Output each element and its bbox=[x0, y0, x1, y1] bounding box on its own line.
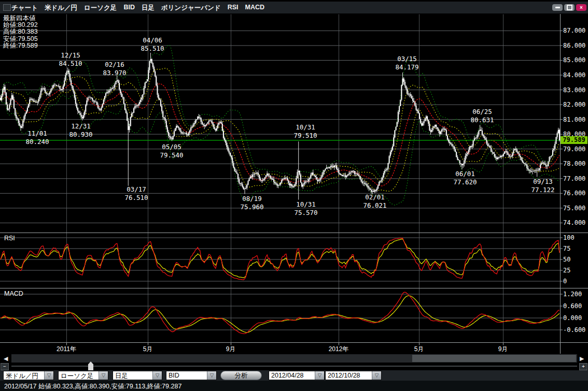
chart-window: チャート米ドル／円ローソク足BID日足ボリンジャーバンドRSIMACD × 最新… bbox=[0, 0, 588, 391]
macd-line bbox=[1, 292, 559, 334]
chart-type-select-value: ローソク足 bbox=[59, 371, 99, 380]
rsi-label: RSI bbox=[4, 235, 15, 242]
scroll-right-icon[interactable]: ▶ bbox=[580, 355, 584, 361]
status-text: 2012/05/17 始値:80.323,高値:80.390,安値:79.113… bbox=[4, 382, 181, 391]
timeframe-select-value: 日足 bbox=[113, 371, 152, 380]
zoom-in-button[interactable]: + bbox=[579, 363, 587, 370]
bollinger-band bbox=[1, 68, 559, 182]
chart-type-select-dropdown-icon[interactable]: ▽ bbox=[99, 371, 108, 380]
timeframe-select-dropdown-icon[interactable]: ▽ bbox=[152, 371, 162, 380]
toolbar: 分析 米ドル／円▽ローソク足▽日足▽BID▽2012/04/28▽2012/10… bbox=[0, 370, 588, 381]
horizontal-scrollbar: ◀ ▶ bbox=[0, 354, 588, 363]
price-side-select[interactable]: BID▽ bbox=[166, 371, 217, 380]
symbol-select-dropdown-icon[interactable]: ▽ bbox=[44, 371, 53, 380]
bollinger-center bbox=[1, 83, 559, 186]
legend-high: 高値:80.383 bbox=[3, 28, 38, 35]
date-to-select[interactable]: 2012/10/28▽ bbox=[325, 371, 382, 380]
legend-close: 終値:79.589 bbox=[3, 42, 38, 49]
status-bar: 2012/05/17 始値:80.323,高値:80.390,安値:79.113… bbox=[0, 381, 588, 391]
date-from-select[interactable]: 2012/04/28▽ bbox=[269, 371, 325, 380]
date-from-select-value: 2012/04/28 bbox=[269, 371, 315, 380]
price-side-select-value: BID bbox=[166, 371, 207, 380]
rsi-fast-line bbox=[1, 238, 559, 280]
chart-type-select[interactable]: ローソク足▽ bbox=[58, 371, 108, 380]
zoom-slider-row: − + bbox=[0, 363, 588, 370]
scrollbar-track[interactable] bbox=[11, 354, 577, 363]
rsi-slow-line bbox=[1, 239, 559, 278]
macd-label: MACD bbox=[4, 290, 23, 297]
symbol-select-value: 米ドル／円 bbox=[4, 371, 44, 380]
date-from-select-dropdown-icon[interactable]: ▽ bbox=[315, 371, 324, 380]
timeframe-select[interactable]: 日足▽ bbox=[113, 371, 162, 380]
chart-canvas[interactable] bbox=[0, 0, 588, 391]
macd-signal-line bbox=[1, 296, 559, 332]
legend-low: 安値:79.505 bbox=[3, 36, 38, 42]
zoom-slider-track[interactable] bbox=[11, 366, 577, 367]
symbol-select[interactable]: 米ドル／円▽ bbox=[3, 371, 54, 380]
ohlc-legend: 最新四本値 始値:80.292 高値:80.383 安値:79.505 終値:7… bbox=[3, 15, 38, 49]
scroll-left-icon[interactable]: ◀ bbox=[4, 355, 8, 361]
candle-wicks bbox=[1, 53, 559, 200]
zoom-out-button[interactable]: − bbox=[1, 363, 9, 370]
analyze-button[interactable]: 分析 bbox=[220, 371, 262, 380]
date-to-select-dropdown-icon[interactable]: ▽ bbox=[372, 371, 381, 380]
price-side-select-dropdown-icon[interactable]: ▽ bbox=[207, 371, 216, 380]
current-price-tag: 79.589 bbox=[561, 136, 587, 144]
date-to-select-value: 2012/10/28 bbox=[326, 371, 372, 380]
scrollbar-thumb[interactable] bbox=[412, 355, 576, 362]
